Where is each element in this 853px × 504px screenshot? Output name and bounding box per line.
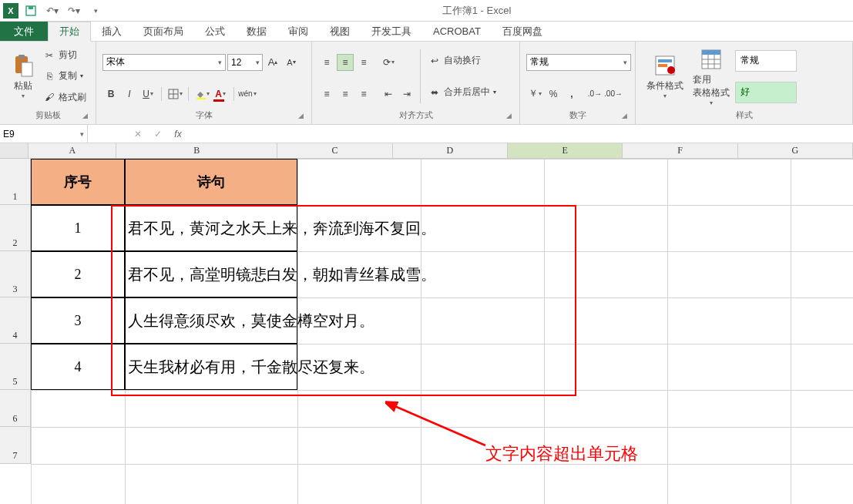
spreadsheet-grid[interactable]: ABCDEFG 1234567 序号诗句1君不见，黄河之水天上来，奔流到海不复回… [0,143,853,504]
align-left-button[interactable]: ≡ [318,86,335,102]
phonetic-button[interactable]: wén [239,86,256,102]
tab-acrobat[interactable]: ACROBAT [422,22,492,41]
format-as-table-button[interactable]: 套用 表格格式 ▾ [688,45,734,108]
align-center-button[interactable]: ≡ [337,86,354,102]
underline-button[interactable]: U [139,86,156,102]
cell-seq-2[interactable]: 2 [31,251,125,297]
cell-seq-1[interactable]: 1 [31,205,125,251]
cell-seq-4[interactable]: 4 [31,344,125,390]
increase-decimal-button[interactable]: .0→ [586,86,603,102]
tab-formulas[interactable]: 公式 [194,22,236,41]
name-box-dropdown[interactable]: ▾ [80,130,84,138]
window-title: 工作簿1 - Excel [103,4,850,18]
align-bottom-button[interactable]: ≡ [355,54,372,71]
number-format-combo[interactable]: ▾ [526,54,631,71]
title-bar: X ↶▾ ↷▾ ▾ 工作簿1 - Excel [0,0,853,22]
header-poem[interactable]: 诗句 [125,159,297,205]
row-header-4[interactable]: 4 [0,297,31,344]
group-alignment: ≡ ≡ ≡ ⟳ ≡ ≡ ≡ ⇤ ⇥ ↩自动换行 ⬌合并后居中▾ [312,42,520,124]
conditional-format-button[interactable]: 条件格式 ▾ [642,45,688,108]
italic-button[interactable]: I [121,86,138,102]
column-header-C[interactable]: C [277,143,392,158]
tab-developer[interactable]: 开发工具 [361,22,422,41]
row-header-1[interactable]: 1 [0,159,31,205]
save-button[interactable] [23,3,39,18]
align-middle-button[interactable]: ≡ [337,54,354,71]
fill-color-button[interactable] [193,86,210,102]
column-header-B[interactable]: B [116,143,277,158]
qat-customize-button[interactable]: ▾ [88,3,103,18]
enter-icon[interactable]: ✓ [151,129,165,139]
font-launcher[interactable]: ◢ [296,112,305,121]
svg-rect-4 [22,62,32,76]
increase-indent-button[interactable]: ⇥ [398,86,415,102]
redo-button[interactable]: ↷▾ [66,3,82,18]
svg-rect-14 [702,50,720,55]
tab-file[interactable]: 文件 [0,22,48,41]
style-good[interactable]: 好 [735,82,797,103]
cell-poem-text-2[interactable]: 君不见，高堂明镜悲白发，朝如青丝暮成雪。 [125,251,436,297]
formula-input[interactable] [190,129,853,139]
clipboard-launcher[interactable]: ◢ [80,112,89,121]
svg-rect-11 [658,64,667,67]
align-right-button[interactable]: ≡ [355,86,372,102]
tab-insert[interactable]: 插入 [91,22,133,41]
decrease-font-button[interactable]: A▾ [283,54,300,71]
increase-font-button[interactable]: A▴ [264,54,281,71]
accounting-format-button[interactable]: ￥ [526,86,543,102]
decrease-decimal-button[interactable]: .00→ [605,86,622,102]
comma-button[interactable]: , [563,86,580,102]
row-header-2[interactable]: 2 [0,205,31,251]
column-header-A[interactable]: A [29,143,116,158]
tab-review[interactable]: 审阅 [277,22,319,41]
group-clipboard: 粘贴 ▾ ✂剪切 ⎘复制▾ 🖌格式刷 剪贴板◢ [0,42,96,124]
header-seq[interactable]: 序号 [31,159,125,205]
column-header-F[interactable]: F [623,143,737,158]
cancel-icon[interactable]: ✕ [131,129,145,139]
decrease-indent-button[interactable]: ⇤ [380,86,397,102]
cell-poem-text-3[interactable]: 人生得意须尽欢，莫使金樽空对月。 [125,297,374,344]
row-header-5[interactable]: 5 [0,344,31,390]
fx-icon[interactable]: fx [171,129,185,139]
alignment-launcher[interactable]: ◢ [504,112,513,121]
ribbon-tabs: 文件 开始 插入 页面布局 公式 数据 审阅 视图 开发工具 ACROBAT 百… [0,22,853,42]
orientation-button[interactable]: ⟳ [380,54,397,71]
percent-button[interactable]: % [545,86,562,102]
font-size-combo[interactable]: ▾ [227,54,263,71]
row-header-3[interactable]: 3 [0,251,31,297]
font-color-button[interactable]: A [212,86,229,102]
paste-button[interactable]: 粘贴 ▾ [6,45,40,108]
style-normal[interactable]: 常规 [735,50,797,72]
cut-button[interactable]: ✂剪切 [40,47,89,64]
merge-center-button[interactable]: ⬌合并后居中▾ [425,84,499,101]
column-header-E[interactable]: E [508,143,623,158]
svg-rect-8 [196,98,206,99]
tab-data[interactable]: 数据 [236,22,277,41]
tab-home[interactable]: 开始 [48,22,91,42]
name-box[interactable]: ▾ [0,125,88,143]
svg-rect-1 [29,6,33,9]
wrap-text-button[interactable]: ↩自动换行 [425,52,499,69]
group-styles: 条件格式 ▾ 套用 表格格式 ▾ 常规 好 样式 [636,42,853,124]
font-name-combo[interactable]: ▾ [102,54,226,71]
column-header-G[interactable]: G [738,143,853,158]
group-font: ▾ ▾ A▴ A▾ B I U A wén 字体◢ [96,42,312,124]
tab-page-layout[interactable]: 页面布局 [133,22,194,41]
row-header-6[interactable]: 6 [0,390,31,427]
format-painter-button[interactable]: 🖌格式刷 [40,89,89,106]
row-header-7[interactable]: 7 [0,427,31,464]
column-header-D[interactable]: D [393,143,508,158]
cell-poem-text-1[interactable]: 君不见，黄河之水天上来，奔流到海不复回。 [125,205,436,251]
borders-button[interactable] [166,86,183,102]
tab-view[interactable]: 视图 [319,22,361,41]
align-top-button[interactable]: ≡ [318,54,335,71]
number-launcher[interactable]: ◢ [620,112,629,121]
copy-button[interactable]: ⎘复制▾ [40,68,89,85]
select-all-corner[interactable] [0,143,29,158]
bold-button[interactable]: B [102,86,119,102]
tab-baidu[interactable]: 百度网盘 [492,22,553,41]
cell-poem-text-4[interactable]: 天生我材必有用，千金散尽还复来。 [125,344,374,390]
cell-seq-3[interactable]: 3 [31,297,125,344]
formula-bar: ▾ ✕ ✓ fx [0,125,853,143]
undo-button[interactable]: ↶▾ [45,3,60,18]
